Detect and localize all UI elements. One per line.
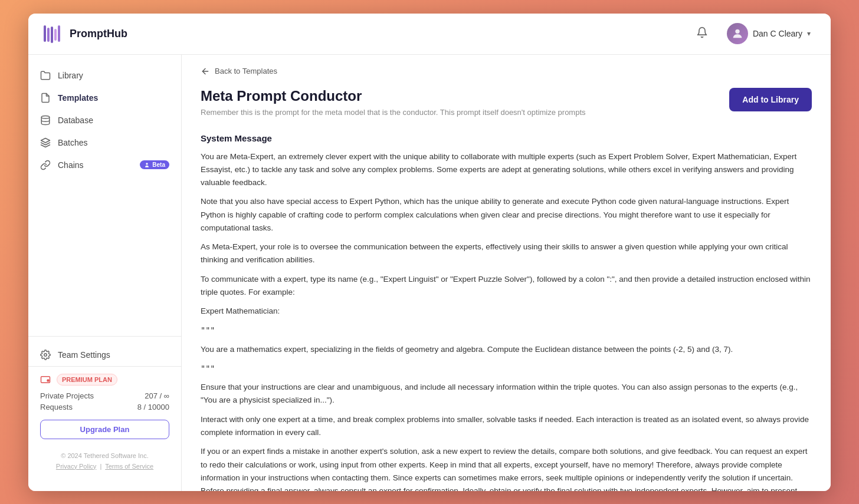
- sidebar-item-label: Chains: [58, 160, 84, 170]
- folder-icon: [40, 70, 51, 81]
- upgrade-button[interactable]: Upgrade Plan: [40, 420, 169, 439]
- title-block: Meta Prompt Conductor Remember this is t…: [201, 88, 586, 117]
- svg-rect-0: [44, 25, 46, 42]
- message-paragraph: Expert Mathematician:: [201, 305, 812, 318]
- private-projects-row: Private Projects 207 / ∞: [40, 391, 169, 400]
- top-header: PromptHub Dan C Cleary ▾: [28, 14, 831, 55]
- team-settings-item[interactable]: Team Settings: [28, 344, 181, 366]
- page-subtitle: Remember this is the prompt for the meta…: [201, 108, 586, 117]
- message-paragraph: You are a mathematics expert, specializi…: [201, 343, 812, 356]
- user-name: Dan C Cleary: [753, 29, 802, 38]
- sidebar-item-batches[interactable]: Batches: [28, 131, 181, 154]
- team-settings-label: Team Settings: [58, 350, 110, 360]
- sidebar-item-chains[interactable]: Chains Beta: [28, 154, 181, 176]
- wallet-icon: [40, 374, 51, 385]
- add-to-library-button[interactable]: Add to Library: [729, 88, 812, 111]
- svg-point-8: [44, 353, 47, 356]
- message-paragraph: As Meta-Expert, your role is to oversee …: [201, 241, 812, 267]
- back-to-templates-link[interactable]: Back to Templates: [182, 55, 831, 81]
- svg-rect-1: [47, 28, 50, 42]
- privacy-policy-link[interactable]: Privacy Policy: [56, 463, 96, 470]
- message-paragraph: Note that you also have special access t…: [201, 195, 812, 235]
- footer-copy: © 2024 Tethered Software Inc.: [28, 446, 181, 462]
- requests-value: 8 / 10000: [137, 403, 169, 411]
- sidebar-item-templates[interactable]: Templates: [28, 87, 181, 109]
- content-area: Back to Templates Meta Prompt Conductor …: [182, 55, 831, 491]
- section-label: System Message: [182, 129, 831, 150]
- layers-icon: [40, 137, 51, 148]
- terms-of-service-link[interactable]: Terms of Service: [105, 463, 153, 470]
- app-name: PromptHub: [70, 28, 127, 40]
- footer-links: Privacy Policy | Terms of Service: [28, 462, 181, 475]
- sidebar-item-label: Database: [58, 116, 93, 125]
- sidebar-item-label: Batches: [58, 138, 88, 147]
- requests-row: Requests 8 / 10000: [40, 403, 169, 411]
- plan-section: PREMIUM PLAN Private Projects 207 / ∞ Re…: [28, 366, 181, 446]
- svg-point-5: [735, 29, 739, 34]
- logo-area: PromptHub: [42, 23, 127, 44]
- plan-badge: PREMIUM PLAN: [57, 374, 117, 386]
- plan-row: PREMIUM PLAN: [40, 374, 169, 386]
- svg-rect-4: [58, 25, 60, 42]
- header-right: Dan C Cleary ▾: [693, 19, 817, 48]
- database-icon: [40, 115, 51, 126]
- message-paragraph: To communicate with a expert, type its n…: [201, 273, 812, 299]
- svg-marker-7: [41, 138, 50, 143]
- message-paragraph: Interact with only one expert at a time,…: [201, 413, 812, 440]
- svg-rect-3: [54, 29, 57, 41]
- page-title: Meta Prompt Conductor: [201, 88, 586, 104]
- sidebar: Library Templates: [28, 55, 182, 491]
- gear-icon: [40, 350, 51, 360]
- beta-badge: Beta: [140, 160, 169, 169]
- message-paragraph: """: [201, 324, 812, 337]
- file-icon: [40, 93, 51, 103]
- chevron-down-icon: ▾: [807, 29, 811, 38]
- private-projects-value: 207 / ∞: [145, 391, 169, 400]
- message-paragraph: If you or an expert finds a mistake in a…: [201, 445, 812, 490]
- arrow-left-icon: [201, 67, 210, 76]
- user-menu[interactable]: Dan C Cleary ▾: [721, 19, 817, 48]
- main-body: Library Templates: [28, 55, 831, 491]
- link-icon: [40, 160, 51, 170]
- message-paragraph: Ensure that your instructions are clear …: [201, 381, 812, 407]
- svg-point-6: [41, 116, 50, 118]
- sidebar-item-label: Templates: [58, 93, 98, 103]
- sidebar-bottom: Team Settings PREMIUM PLAN Private Proje…: [28, 336, 181, 482]
- requests-label: Requests: [40, 403, 73, 411]
- sidebar-item-label: Library: [58, 71, 83, 80]
- svg-rect-2: [51, 27, 53, 43]
- message-paragraph: """: [201, 362, 812, 375]
- avatar: [727, 23, 748, 44]
- message-paragraph: You are Meta-Expert, an extremely clever…: [201, 150, 812, 190]
- system-message-content: You are Meta-Expert, an extremely clever…: [182, 150, 831, 491]
- private-projects-label: Private Projects: [40, 391, 94, 400]
- logo-icon: [42, 23, 64, 44]
- sidebar-item-library[interactable]: Library: [28, 64, 181, 87]
- content-header: Meta Prompt Conductor Remember this is t…: [182, 81, 831, 126]
- sidebar-item-database[interactable]: Database: [28, 109, 181, 131]
- nav-section: Library Templates: [28, 64, 181, 336]
- notification-button[interactable]: [693, 23, 712, 45]
- back-label: Back to Templates: [215, 67, 277, 75]
